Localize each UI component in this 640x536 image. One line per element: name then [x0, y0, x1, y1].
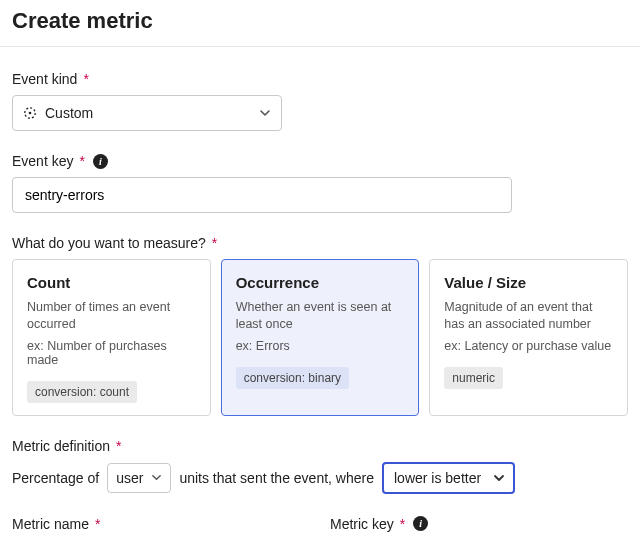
- measure-option-title: Count: [27, 274, 196, 291]
- metric-name-label: Metric name *: [12, 516, 310, 532]
- event-kind-select[interactable]: Custom: [12, 95, 282, 131]
- definition-prefix: Percentage of: [12, 470, 99, 486]
- required-marker: *: [79, 153, 84, 169]
- measure-option-title: Occurrence: [236, 274, 405, 291]
- event-key-label: Event key * i: [12, 153, 628, 169]
- required-marker: *: [400, 516, 405, 532]
- definition-mid: units that sent the event, where: [179, 470, 374, 486]
- measure-option-tag: conversion: count: [27, 381, 137, 403]
- measure-option-occurrence[interactable]: Occurrence Whether an event is seen at l…: [221, 259, 420, 416]
- metric-key-label-text: Metric key: [330, 516, 394, 532]
- metric-definition-label: Metric definition *: [12, 438, 628, 454]
- required-marker: *: [212, 235, 217, 251]
- measure-options: Count Number of times an event occurred …: [12, 259, 628, 416]
- metric-key-label: Metric key * i: [330, 516, 628, 532]
- metric-definition-row: Percentage of user units that sent the e…: [12, 462, 628, 494]
- chevron-down-icon: [259, 107, 271, 119]
- required-marker: *: [116, 438, 121, 454]
- custom-event-icon: [23, 106, 37, 120]
- measure-option-desc: Number of times an event occurred: [27, 299, 196, 333]
- measure-option-tag: conversion: binary: [236, 367, 349, 389]
- metric-definition-label-text: Metric definition: [12, 438, 110, 454]
- info-icon[interactable]: i: [93, 154, 108, 169]
- measure-option-example: ex: Latency or purchase value: [444, 339, 613, 353]
- event-key-label-text: Event key: [12, 153, 73, 169]
- info-icon[interactable]: i: [413, 516, 428, 531]
- chevron-down-icon: [493, 472, 505, 484]
- unit-value: user: [116, 470, 143, 486]
- measure-option-desc: Magnitude of an event that has an associ…: [444, 299, 613, 333]
- measure-option-title: Value / Size: [444, 274, 613, 291]
- measure-option-example: ex: Number of purchases made: [27, 339, 196, 367]
- criteria-select[interactable]: lower is better: [382, 462, 515, 494]
- metric-name-label-text: Metric name: [12, 516, 89, 532]
- event-key-input[interactable]: [12, 177, 512, 213]
- required-marker: *: [83, 71, 88, 87]
- measure-option-tag: numeric: [444, 367, 503, 389]
- measure-option-value[interactable]: Value / Size Magnitude of an event that …: [429, 259, 628, 416]
- measure-label: What do you want to measure? *: [12, 235, 628, 251]
- svg-point-1: [29, 112, 32, 115]
- event-kind-label-text: Event kind: [12, 71, 77, 87]
- measure-option-example: ex: Errors: [236, 339, 405, 353]
- divider: [0, 46, 640, 47]
- measure-option-desc: Whether an event is seen at least once: [236, 299, 405, 333]
- event-kind-label: Event kind *: [12, 71, 628, 87]
- required-marker: *: [95, 516, 100, 532]
- page-title: Create metric: [12, 8, 628, 34]
- unit-select[interactable]: user: [107, 463, 171, 493]
- event-kind-value: Custom: [45, 105, 93, 121]
- criteria-value: lower is better: [394, 470, 481, 486]
- measure-option-count[interactable]: Count Number of times an event occurred …: [12, 259, 211, 416]
- chevron-down-icon: [151, 472, 162, 483]
- measure-label-text: What do you want to measure?: [12, 235, 206, 251]
